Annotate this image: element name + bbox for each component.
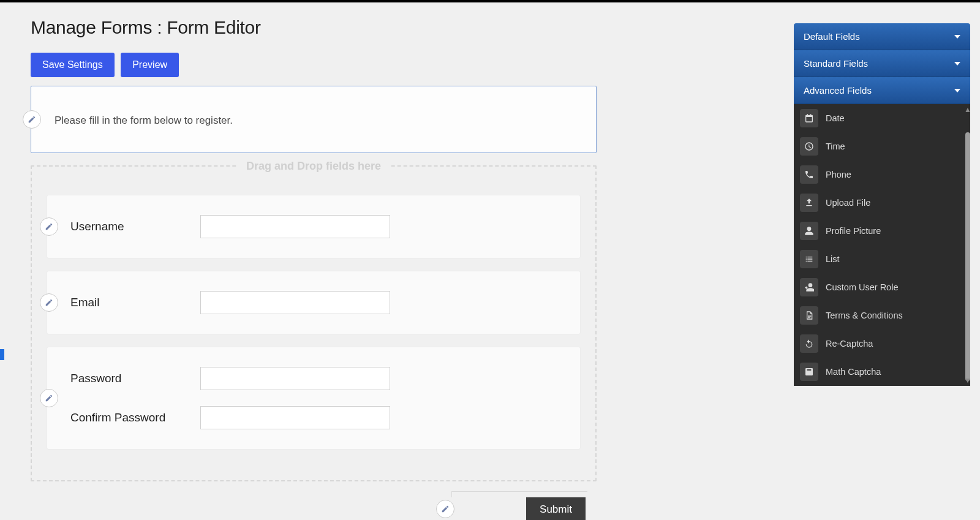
field-item-list[interactable]: List — [794, 245, 970, 273]
pencil-icon — [45, 298, 53, 307]
field-item-label: Custom User Role — [826, 282, 898, 292]
accordion-advanced-fields[interactable]: Advanced Fields — [794, 77, 970, 104]
password-input[interactable] — [200, 367, 390, 390]
field-item-math-captcha[interactable]: Math Captcha — [794, 358, 970, 386]
form-header-message: Please fill in the form below to registe… — [55, 115, 573, 127]
pencil-icon — [45, 222, 53, 231]
form-dropzone[interactable]: Drag and Drop fields here Username Email — [31, 165, 597, 481]
field-item-date[interactable]: Date — [794, 104, 970, 132]
accordion-label: Standard Fields — [804, 58, 868, 69]
selection-marker — [0, 349, 4, 360]
scroll-up-icon[interactable]: ▲ — [964, 105, 970, 114]
edit-header-button[interactable] — [23, 110, 41, 129]
field-label: Email — [70, 296, 200, 309]
toolbar: Save Settings Preview — [31, 53, 597, 77]
edit-field-button[interactable] — [40, 293, 58, 312]
submit-button[interactable]: Submit — [526, 497, 586, 520]
document-icon — [800, 306, 818, 325]
accordion-label: Advanced Fields — [804, 85, 872, 96]
page-title: Manage Forms : Form Editor — [31, 17, 597, 38]
field-card-password[interactable]: Password Confirm Password — [47, 347, 581, 450]
field-item-label: Time — [826, 141, 845, 151]
field-item-time[interactable]: Time — [794, 132, 970, 160]
main-content: Manage Forms : Form Editor Save Settings… — [0, 2, 627, 520]
accordion-label: Default Fields — [804, 31, 860, 42]
dropzone-label: Drag and Drop fields here — [238, 160, 390, 173]
field-item-label: Terms & Conditions — [826, 311, 903, 320]
scroll-down-icon[interactable]: ▼ — [964, 376, 970, 385]
edit-field-button[interactable] — [40, 217, 58, 236]
pencil-icon — [28, 115, 36, 124]
scrollbar[interactable] — [965, 132, 970, 381]
field-item-label: List — [826, 254, 840, 264]
field-label: Username — [70, 220, 200, 233]
fields-sidebar: Default Fields Standard Fields Advanced … — [794, 23, 970, 386]
field-item-custom-user-role[interactable]: Custom User Role — [794, 273, 970, 301]
chevron-down-icon — [954, 62, 960, 66]
save-settings-button[interactable]: Save Settings — [31, 53, 115, 77]
chevron-down-icon — [954, 35, 960, 39]
chevron-down-icon — [954, 89, 960, 92]
field-card-email[interactable]: Email — [47, 271, 581, 334]
form-header-block[interactable]: Please fill in the form below to registe… — [31, 86, 597, 153]
phone-icon — [800, 165, 818, 184]
field-item-terms-conditions[interactable]: Terms & Conditions — [794, 301, 970, 330]
list-icon — [800, 250, 818, 268]
field-item-label: Math Captcha — [826, 367, 881, 377]
field-item-label: Phone — [826, 170, 851, 179]
edit-field-button[interactable] — [40, 389, 58, 407]
accordion-standard-fields[interactable]: Standard Fields — [794, 50, 970, 77]
field-item-label: Date — [826, 113, 845, 123]
field-label: Password — [70, 372, 200, 385]
username-input[interactable] — [200, 215, 390, 238]
field-item-upload-file[interactable]: Upload File — [794, 189, 970, 217]
preview-button[interactable]: Preview — [121, 53, 179, 77]
field-item-profile-picture[interactable]: Profile Picture — [794, 217, 970, 245]
field-item-label: Upload File — [826, 198, 870, 208]
calendar-icon — [800, 109, 818, 127]
field-item-label: Re-Captcha — [826, 339, 873, 349]
edit-submit-button[interactable] — [436, 500, 454, 518]
clock-icon — [800, 137, 818, 156]
field-card-username[interactable]: Username — [47, 195, 581, 258]
accordion-default-fields[interactable]: Default Fields — [794, 23, 970, 50]
field-item-recaptcha[interactable]: Re-Captcha — [794, 330, 970, 358]
submit-area: Submit — [31, 497, 597, 520]
submit-divider — [451, 491, 587, 497]
field-item-label: Profile Picture — [826, 226, 881, 236]
confirm-password-input[interactable] — [200, 406, 390, 429]
pencil-icon — [45, 394, 53, 402]
calculator-icon — [800, 363, 818, 381]
field-item-phone[interactable]: Phone — [794, 160, 970, 189]
refresh-icon — [800, 334, 818, 353]
field-label: Confirm Password — [70, 411, 200, 424]
person-icon — [800, 222, 818, 240]
upload-icon — [800, 194, 818, 212]
user-plus-icon — [800, 278, 818, 296]
email-input[interactable] — [200, 291, 390, 314]
pencil-icon — [441, 505, 450, 513]
advanced-fields-list: ▲ Date Time Phone Upload File — [794, 104, 970, 386]
